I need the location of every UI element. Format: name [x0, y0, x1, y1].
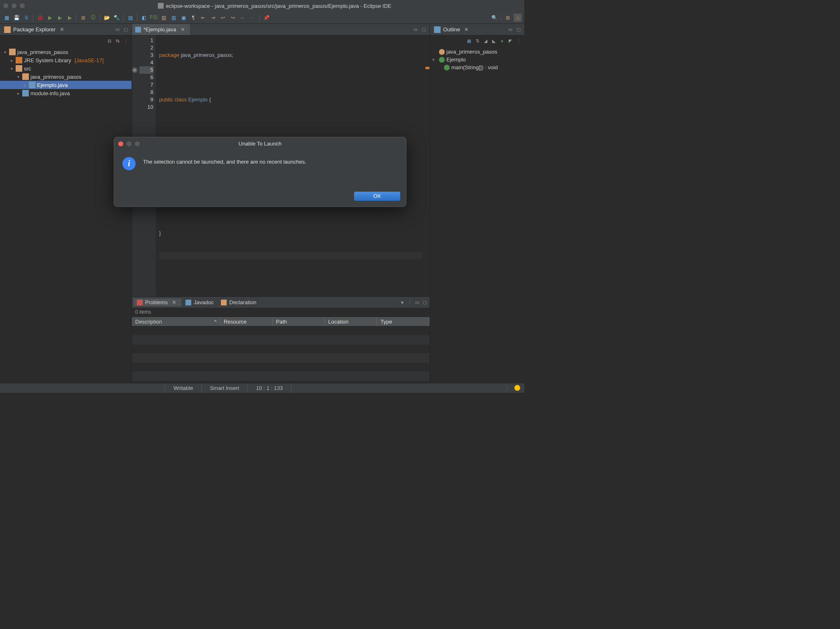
tree-item-ejemplo[interactable]: ▸ Ejemplo.java — [0, 81, 131, 89]
coverage-button[interactable]: ▶ — [56, 14, 64, 22]
hide-local-icon[interactable]: ◤ — [507, 38, 514, 44]
mark-occurrences-button[interactable]: ◧ — [140, 14, 148, 22]
chevron-right-icon[interactable]: ▸ — [16, 91, 21, 96]
tree-item-package[interactable]: ▾ java_primeros_pasos — [0, 73, 131, 81]
close-icon[interactable]: ✕ — [170, 299, 178, 305]
pin-editor-button[interactable]: 📌 — [262, 14, 270, 22]
shift-left-button[interactable]: ⇤ — [199, 14, 207, 22]
minimize-window-icon[interactable] — [12, 3, 16, 8]
table-row[interactable] — [132, 363, 429, 372]
close-window-icon[interactable] — [3, 3, 8, 8]
warning-marker-icon[interactable]: ⊖ — [132, 67, 138, 73]
open-type-button[interactable]: 📂 — [103, 14, 111, 22]
back-button[interactable]: ← — [239, 14, 247, 22]
save-button[interactable]: 💾 — [12, 14, 21, 22]
table-row[interactable] — [132, 336, 429, 345]
minimize-panel-icon[interactable]: ▭ — [114, 26, 121, 33]
table-row[interactable] — [132, 354, 429, 363]
minimize-panel-icon[interactable]: ▭ — [412, 26, 419, 33]
tip-bulb-icon[interactable] — [514, 385, 520, 391]
prev-annotation-button[interactable]: ↪ — [229, 14, 237, 22]
search-button[interactable]: 🔦 — [113, 14, 121, 22]
view-menu-icon[interactable]: ⋮ — [504, 385, 510, 392]
chevron-down-icon[interactable]: ▾ — [432, 57, 437, 62]
next-annotation-button[interactable]: ↩ — [219, 14, 227, 22]
word-wrap-button[interactable]: ▣ — [179, 14, 188, 22]
editor-tab-ejemplo[interactable]: *Ejemplo.java ✕ — [132, 24, 190, 35]
dialog-buttons: OK — [114, 188, 406, 207]
chevron-right-icon[interactable]: ▸ — [9, 58, 14, 63]
table-row[interactable] — [132, 372, 429, 381]
collapse-all-icon[interactable]: ⊟ — [106, 38, 113, 44]
view-menu-icon[interactable]: ⋮ — [515, 38, 522, 44]
col-type[interactable]: Type — [377, 317, 429, 326]
view-menu-icon[interactable]: ⋮ — [122, 38, 129, 44]
maximize-panel-icon[interactable]: ▢ — [420, 26, 427, 33]
focus-icon[interactable]: ▦ — [466, 38, 472, 44]
forward-button[interactable]: → — [249, 14, 257, 22]
outline-tab[interactable]: Outline ✕ — [432, 26, 472, 34]
hide-static-icon[interactable]: ◣ — [490, 38, 497, 44]
minimize-panel-icon[interactable]: ▭ — [507, 26, 514, 33]
chevron-down-icon[interactable]: ▾ — [16, 75, 21, 79]
block-select-button[interactable]: ▨ — [160, 14, 168, 22]
zoom-window-icon[interactable] — [20, 3, 25, 8]
chevron-down-icon[interactable]: ▾ — [2, 50, 7, 54]
status-insert-mode[interactable]: Smart Insert — [201, 383, 247, 393]
run-button[interactable]: ▶ — [46, 14, 54, 22]
outline-icon — [434, 26, 441, 33]
overview-ruler[interactable] — [425, 35, 429, 296]
sort-icon[interactable]: ⇅ — [474, 38, 481, 44]
open-perspective-button[interactable]: ⊞ — [504, 14, 512, 22]
tree-item-module-info[interactable]: ▸ module-info.java — [0, 89, 131, 97]
toggle-comment-button[interactable]: ▤ — [126, 14, 134, 22]
pilcrow-button[interactable]: ¶ — [189, 14, 197, 22]
col-resource[interactable]: Resource — [221, 317, 273, 326]
java-perspective-button[interactable]: ♨ — [514, 14, 522, 22]
maximize-panel-icon[interactable]: ▢ — [122, 26, 129, 33]
col-description[interactable]: Description^ — [132, 317, 221, 326]
col-location[interactable]: Location — [325, 317, 377, 326]
minimize-panel-icon[interactable]: ▭ — [414, 299, 420, 306]
outline-item-class[interactable]: ▾ Ejemplo — [430, 56, 524, 63]
status-cursor-pos[interactable]: 10 : 1 : 133 — [247, 383, 291, 393]
save-all-button[interactable]: ⎘ — [22, 14, 31, 22]
format-button[interactable]: Fⓒ — [150, 14, 158, 22]
new-package-button[interactable]: ⊞ — [79, 14, 87, 22]
link-editor-icon[interactable]: ⇆ — [114, 38, 121, 44]
warning-indicator[interactable] — [425, 67, 429, 69]
outline-item-package[interactable]: java_primeros_pasos — [430, 48, 524, 56]
tab-declaration[interactable]: Declaration — [218, 298, 260, 306]
view-menu-icon[interactable]: ⋮ — [406, 299, 413, 306]
close-icon[interactable]: ✕ — [462, 26, 470, 33]
tab-problems[interactable]: Problems ✕ — [134, 298, 181, 306]
chevron-down-icon[interactable]: ▾ — [9, 66, 14, 71]
tree-item-jre[interactable]: ▸ JRE System Library [JavaSE-17] — [0, 56, 131, 64]
maximize-panel-icon[interactable]: ▢ — [421, 299, 428, 306]
col-path[interactable]: Path — [273, 317, 325, 326]
tree-item-src[interactable]: ▾ src — [0, 64, 131, 73]
package-explorer-tab[interactable]: Package Explorer ✕ — [2, 26, 68, 34]
tab-javadoc[interactable]: Javadoc — [182, 298, 217, 306]
tree-item-project[interactable]: ▾ java_primeros_pasos — [0, 48, 131, 56]
search-icon[interactable]: 🔍 — [490, 14, 498, 22]
close-icon[interactable]: ✕ — [58, 26, 66, 33]
window-controls[interactable] — [3, 3, 25, 8]
run-last-button[interactable]: ▶ — [66, 14, 74, 22]
debug-button[interactable]: 🐞 — [36, 14, 44, 22]
new-button[interactable]: ▦ — [2, 14, 11, 22]
shift-right-button[interactable]: ⇥ — [209, 14, 217, 22]
hide-nonpublic-icon[interactable]: ● — [499, 38, 505, 44]
maximize-panel-icon[interactable]: ▢ — [515, 26, 522, 33]
chevron-right-icon[interactable]: ▸ — [22, 83, 27, 87]
outline-item-method[interactable]: main(String[]) : void — [430, 63, 524, 71]
filter-icon[interactable]: ▼ — [399, 299, 406, 306]
table-row[interactable] — [132, 345, 429, 354]
ok-button[interactable]: OK — [354, 192, 400, 201]
new-class-button[interactable]: Ⓒ — [89, 14, 97, 22]
table-row[interactable] — [132, 326, 429, 336]
hide-fields-icon[interactable]: ◢ — [482, 38, 489, 44]
status-writable[interactable]: Writable — [165, 383, 201, 393]
close-icon[interactable]: ✕ — [179, 26, 187, 33]
show-whitespace-button[interactable]: ▥ — [169, 14, 178, 22]
